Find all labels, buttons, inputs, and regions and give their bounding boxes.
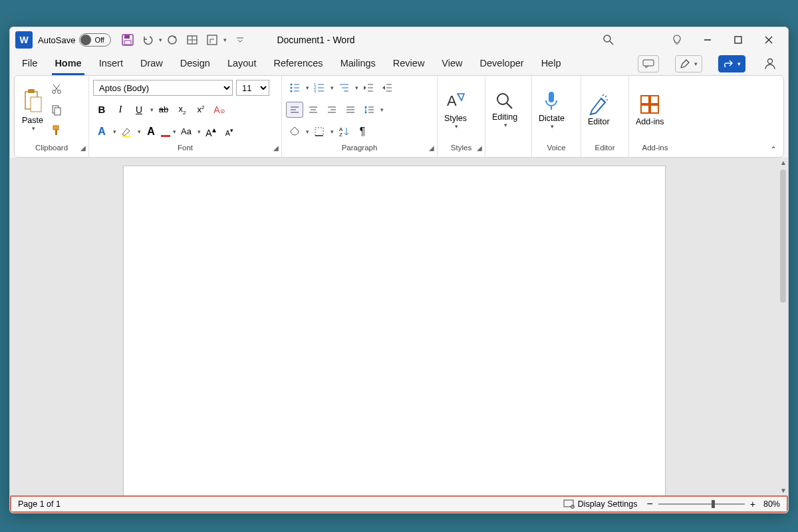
styles-launcher[interactable]: ◢ — [477, 144, 482, 152]
align-left-button[interactable] — [286, 102, 303, 118]
qat-customize[interactable] — [231, 31, 249, 49]
qat-dropdown-2[interactable]: ▾ — [223, 37, 227, 43]
search-button[interactable] — [595, 30, 622, 50]
clear-formatting-button[interactable]: A⊘ — [211, 102, 228, 118]
numbering-button[interactable]: 123 — [311, 80, 328, 96]
justify-button[interactable] — [342, 102, 359, 118]
multilevel-list-button[interactable] — [335, 80, 352, 96]
close-button[interactable] — [753, 30, 784, 50]
tab-help[interactable]: Help — [539, 53, 564, 75]
superscript-button[interactable]: x2 — [192, 102, 209, 118]
qat-button-2[interactable] — [203, 31, 221, 49]
zoom-slider[interactable] — [658, 503, 745, 505]
minimize-button[interactable] — [692, 30, 723, 50]
autosave-toggle[interactable]: Off — [79, 33, 111, 47]
vertical-scrollbar[interactable] — [780, 170, 786, 303]
grow-font-button[interactable]: A▴ — [202, 124, 219, 140]
shrink-font-button[interactable]: A▾ — [221, 124, 238, 140]
bullets-button[interactable] — [286, 80, 303, 96]
tab-mailings[interactable]: Mailings — [338, 53, 378, 75]
underline-dropdown[interactable]: ▾ — [150, 106, 154, 113]
editor-button[interactable]: Editor — [585, 78, 612, 141]
line-spacing-button[interactable] — [360, 102, 378, 118]
lightbulb-icon[interactable] — [662, 30, 692, 50]
zoom-slider-thumb[interactable] — [712, 500, 715, 508]
editing-mode-button[interactable]: ▾ — [675, 55, 702, 72]
highlight-dropdown[interactable]: ▾ — [138, 128, 141, 135]
change-case-dropdown[interactable]: ▾ — [198, 128, 201, 135]
sort-button[interactable]: AZ — [335, 124, 352, 140]
shading-button[interactable] — [286, 124, 303, 140]
display-settings-icon — [563, 499, 575, 509]
numbering-dropdown[interactable]: ▾ — [331, 84, 334, 91]
copy-button[interactable] — [48, 102, 65, 118]
scroll-down-button[interactable]: ▼ — [780, 487, 787, 494]
tab-insert[interactable]: Insert — [96, 53, 126, 75]
bullets-dropdown[interactable]: ▾ — [306, 84, 309, 91]
shading-dropdown[interactable]: ▾ — [306, 128, 309, 135]
styles-button[interactable]: A Styles ▾ — [442, 78, 469, 141]
align-right-button[interactable] — [323, 102, 340, 118]
decrease-indent-button[interactable] — [360, 80, 377, 96]
align-center-button[interactable] — [305, 102, 322, 118]
text-effects-button[interactable]: A — [93, 124, 110, 140]
borders-button[interactable] — [311, 124, 328, 140]
undo-dropdown[interactable]: ▾ — [159, 37, 162, 43]
display-settings-button[interactable]: Display Settings — [578, 499, 638, 509]
paragraph-launcher[interactable]: ◢ — [429, 144, 434, 152]
scroll-up-button[interactable]: ▲ — [780, 159, 787, 166]
document-page[interactable] — [123, 166, 666, 495]
font-launcher[interactable]: ◢ — [273, 144, 279, 152]
svg-rect-74 — [549, 92, 554, 102]
undo-button[interactable] — [138, 31, 157, 49]
font-size-combo[interactable]: 11 — [236, 80, 269, 96]
italic-button[interactable]: I — [112, 102, 129, 118]
tab-developer[interactable]: Developer — [477, 53, 527, 75]
font-color-button[interactable]: A — [142, 124, 160, 140]
styles-label: Styles — [444, 114, 467, 123]
cut-button[interactable] — [48, 81, 65, 97]
user-icon[interactable] — [761, 56, 779, 72]
tab-home[interactable]: Home — [52, 53, 84, 75]
tab-draw[interactable]: Draw — [138, 53, 166, 75]
increase-indent-button[interactable] — [378, 80, 396, 96]
page-indicator[interactable]: Page 1 of 1 — [18, 499, 61, 509]
tab-references[interactable]: References — [271, 53, 325, 75]
show-marks-button[interactable]: ¶ — [354, 124, 371, 140]
zoom-in-button[interactable]: + — [750, 499, 755, 509]
redo-button[interactable] — [163, 31, 182, 49]
borders-dropdown[interactable]: ▾ — [331, 128, 334, 135]
underline-button[interactable]: U — [130, 102, 148, 118]
collapse-ribbon-button[interactable]: ⌃ — [770, 145, 777, 154]
tab-view[interactable]: View — [439, 53, 465, 75]
tab-file[interactable]: File — [19, 53, 40, 75]
maximize-button[interactable] — [723, 30, 753, 50]
paragraph-group-label: Paragraph — [342, 144, 378, 152]
editing-button[interactable]: Editing ▾ — [489, 78, 520, 141]
save-button[interactable] — [118, 31, 137, 49]
text-effects-dropdown[interactable]: ▾ — [113, 128, 116, 135]
dictate-button[interactable]: Dictate ▾ — [536, 78, 567, 141]
clipboard-launcher[interactable]: ◢ — [80, 144, 86, 152]
format-painter-button[interactable] — [48, 122, 65, 138]
tab-design[interactable]: Design — [178, 53, 213, 75]
multilevel-dropdown[interactable]: ▾ — [355, 84, 358, 91]
zoom-level[interactable]: 80% — [763, 499, 780, 509]
share-button[interactable]: ▾ — [718, 55, 745, 72]
tab-layout[interactable]: Layout — [225, 53, 259, 75]
highlight-button[interactable] — [118, 124, 135, 140]
font-name-combo[interactable]: Aptos (Body) — [93, 80, 233, 96]
paste-button[interactable]: Paste ▾ — [19, 78, 47, 141]
zoom-out-button[interactable]: − — [646, 498, 652, 510]
change-case-button[interactable]: Aa — [178, 124, 195, 140]
bold-button[interactable]: B — [93, 102, 110, 118]
comments-button[interactable] — [638, 55, 659, 72]
font-color-dropdown[interactable]: ▾ — [173, 128, 176, 135]
qat-button-1[interactable] — [183, 31, 201, 49]
strikethrough-button[interactable]: ab — [155, 102, 172, 118]
svg-rect-7 — [207, 35, 217, 45]
subscript-button[interactable]: x2 — [174, 102, 191, 118]
tab-review[interactable]: Review — [390, 53, 428, 75]
line-spacing-dropdown[interactable]: ▾ — [380, 106, 384, 113]
addins-button[interactable]: Add-ins — [633, 78, 666, 141]
